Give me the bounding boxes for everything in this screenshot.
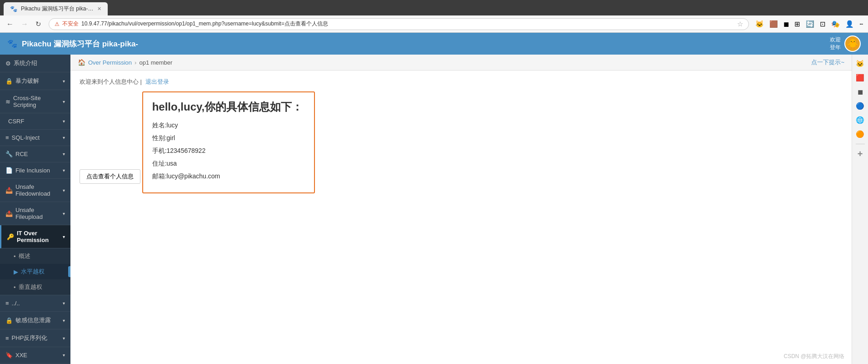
overview-icon: • [14, 253, 16, 260]
sidebar-item-xss[interactable]: ≋ Cross-Site Scripting ▾ [0, 90, 70, 113]
sidebar-item-label: Unsafe Fileupload [15, 207, 60, 220]
over-permission-icon: 🔑 [7, 233, 14, 240]
sidebar-item-label: RCE [15, 151, 28, 157]
info-row-name: 姓名:lucy [152, 121, 305, 130]
field-value-phone: 12345678922 [167, 147, 206, 154]
sidebar-item-over-permission[interactable]: 🔑 IT Over Permission ▾ [0, 225, 70, 248]
sidebar-item-csrf[interactable]: CSRF ▾ [0, 113, 70, 130]
extensions-icon-6[interactable]: ⊡ [818, 18, 828, 30]
chevron-down-icon: ▾ [63, 318, 65, 323]
field-value-name: lucy [167, 121, 178, 129]
chevron-down-icon: ▾ [63, 234, 65, 239]
right-panel-btn-2[interactable]: 🟥 [854, 71, 867, 84]
intro-icon: ⚙ [5, 60, 11, 67]
extensions-icon-2[interactable]: 🟫 [768, 18, 780, 30]
chevron-down-icon: ▾ [63, 99, 65, 104]
extensions-icon-3[interactable]: ◼ [782, 18, 791, 30]
extensions-icon-5[interactable]: 🔄 [804, 18, 816, 30]
right-panel-btn-6[interactable]: 🟠 [854, 128, 867, 141]
forward-button[interactable]: → [18, 18, 31, 30]
reload-button[interactable]: ↻ [33, 18, 44, 30]
tab-close-icon[interactable]: ✕ [97, 6, 101, 12]
unsafe-dl-icon: 📥 [5, 187, 13, 194]
sidebar-item-rce[interactable]: 🔧 RCE ▾ [0, 146, 70, 162]
content-area: 🏠 Over Permission › op1 member 点一下提示~ 欢迎… [70, 55, 852, 364]
right-panel-add-btn[interactable]: + [854, 147, 867, 160]
browser-tabs: 🐾 Pikachu 漏洞练习平台 pika-pika- ✕ [0, 0, 868, 15]
sidebar-sub-menu: • 概述 ▶ 水平越权 • 垂直越权 [0, 248, 70, 295]
back-button[interactable]: ← [4, 18, 16, 30]
sidebar-item-file-inclusion[interactable]: 📄 File Inclusion ▾ [0, 162, 70, 179]
field-value-gender: girl [167, 134, 175, 142]
sidebar-item-label: XXE [15, 352, 27, 359]
field-label-address: 住址: [152, 160, 167, 167]
breadcrumb-over-permission[interactable]: Over Permission [88, 59, 132, 66]
sidebar-item-php-serial[interactable]: ≡ PHP反序列化 ▾ [0, 329, 70, 347]
sidebar-item-label: File Inclusion [15, 167, 50, 174]
sidebar-sub-item-vertical[interactable]: • 垂直越权 [0, 279, 70, 295]
star-icon[interactable]: ☆ [737, 20, 743, 28]
sidebar-item-label: CSRF [8, 118, 24, 125]
right-panel-btn-4[interactable]: 🔵 [854, 100, 867, 112]
sidebar-item-brute[interactable]: 🔒 暴力破解 ▾ [0, 72, 70, 90]
sidebar-item-label: PHP反序列化 [12, 334, 48, 342]
app-header: 🐾 Pikachu 漏洞练习平台 pika-pika- 欢迎 登年 🐥 [0, 33, 868, 55]
sqli-icon: ≡ [5, 134, 9, 141]
app-title: Pikachu 漏洞练习平台 pika-pika- [22, 39, 138, 49]
tab-favicon: 🐾 [10, 5, 17, 12]
breadcrumb-bar: 🏠 Over Permission › op1 member 点一下提示~ [70, 55, 852, 71]
sidebar-item-label: IT Over Permission [17, 230, 60, 243]
info-row-email: 邮箱:lucy@pikachu.com [152, 172, 305, 181]
tab-title: Pikachu 漏洞练习平台 pika-pika- [21, 5, 94, 13]
sensitive-icon: 🔒 [5, 317, 13, 324]
rce-icon: 🔧 [5, 151, 13, 157]
chevron-down-icon: ▾ [63, 135, 65, 140]
sidebar-item-label: ../.. [12, 300, 20, 307]
sidebar-item-xxe[interactable]: 🔖 XXE ▾ [0, 347, 70, 364]
info-title: hello,lucy,你的具体信息如下： [152, 100, 305, 114]
dotdot-icon: ≡ [5, 300, 9, 307]
sidebar-item-unsafe-dl[interactable]: 📥 Unsafe Filedownload ▾ [0, 179, 70, 202]
brute-icon: 🔒 [5, 78, 13, 85]
browser-nav-bar: ← → ↻ ⚠ 不安全 ☆ 🐱 🟫 ◼ ⊞ 🔄 ⊡ 🎭 👤 ··· [0, 15, 868, 33]
sidebar-sub-item-horizontal[interactable]: ▶ 水平越权 [0, 264, 70, 279]
sidebar-sub-item-overview[interactable]: • 概述 [0, 248, 70, 264]
watermark-text: CSDN @拓腾大汉在网络 [783, 353, 844, 359]
field-label-gender: 性别: [152, 134, 167, 142]
chevron-down-icon: ▾ [63, 353, 65, 358]
chevron-down-icon: ▾ [63, 168, 65, 173]
avatar[interactable]: 🐥 [844, 35, 861, 52]
right-extension-panel: 🐱 🟥 ◼ 🔵 🌐 🟠 + [852, 55, 868, 364]
sidebar-item-label: SQL-Inject [12, 134, 40, 141]
sidebar-item-intro[interactable]: ⚙ 系统介绍 [0, 55, 70, 72]
extensions-icon-4[interactable]: ⊞ [793, 18, 802, 30]
right-panel-btn-1[interactable]: 🐱 [854, 57, 867, 70]
more-options-button[interactable]: ··· [858, 18, 864, 30]
logout-link[interactable]: 退出登录 [145, 78, 169, 86]
sidebar-item-unsafe-ul[interactable]: 📤 Unsafe Fileupload ▾ [0, 202, 70, 225]
sidebar-item-label: 暴力破解 [15, 77, 39, 85]
field-label-name: 姓名: [152, 121, 167, 129]
sidebar-item-label: Unsafe Filedownload [15, 183, 60, 197]
unsafe-ul-icon: 📤 [5, 210, 13, 217]
vertical-icon: • [14, 284, 16, 291]
right-panel-btn-3[interactable]: ◼ [854, 86, 867, 98]
active-tab[interactable]: 🐾 Pikachu 漏洞练习平台 pika-pika- ✕ [4, 2, 108, 15]
address-input[interactable] [81, 21, 734, 27]
check-info-button[interactable]: 点击查看个人信息 [80, 169, 140, 184]
xss-icon: ≋ [5, 98, 10, 105]
sidebar-item-sensitive[interactable]: 🔒 敏感信息泄露 ▾ [0, 312, 70, 329]
sidebar-item-dotdot[interactable]: ≡ ../.. ▾ [0, 295, 70, 312]
field-label-email: 邮箱: [152, 172, 167, 180]
user-profile-button[interactable]: 👤 [843, 18, 856, 30]
sidebar-item-sqli[interactable]: ≡ SQL-Inject ▾ [0, 130, 70, 146]
sub-item-label: 垂直越权 [19, 283, 42, 291]
extensions-icon-7[interactable]: 🎭 [829, 18, 842, 30]
chevron-down-icon: ▾ [63, 336, 65, 341]
extensions-icon-1[interactable]: 🐱 [753, 18, 766, 30]
app-logo-icon: 🐾 [7, 39, 17, 49]
field-value-email: lucy@pikachu.com [167, 172, 220, 180]
right-panel-btn-5[interactable]: 🌐 [854, 114, 867, 126]
breadcrumb-sep: › [135, 59, 136, 66]
hint-link[interactable]: 点一下提示~ [811, 58, 844, 66]
